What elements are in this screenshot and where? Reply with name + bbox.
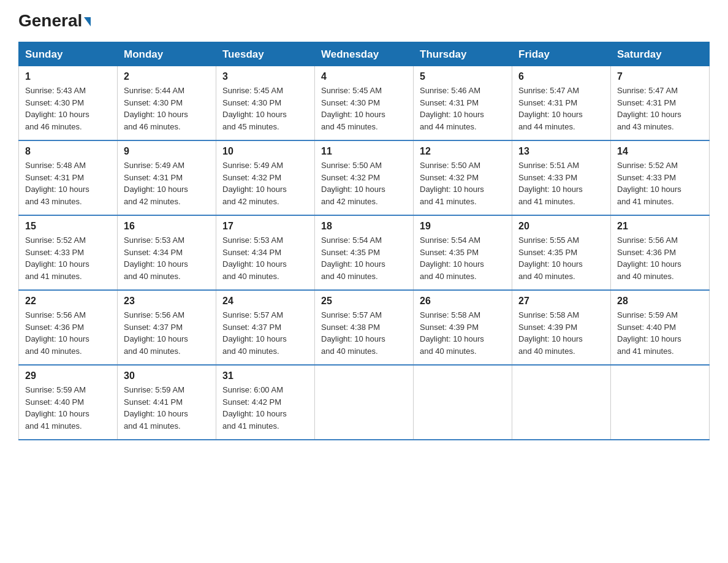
- day-info: Sunrise: 5:53 AMSunset: 4:34 PMDaylight:…: [124, 236, 188, 281]
- calendar-cell: 16 Sunrise: 5:53 AMSunset: 4:34 PMDaylig…: [118, 215, 216, 290]
- calendar-cell: 1 Sunrise: 5:43 AMSunset: 4:30 PMDayligh…: [19, 66, 118, 141]
- day-info: Sunrise: 5:50 AMSunset: 4:32 PMDaylight:…: [420, 161, 484, 206]
- day-number: 12: [420, 146, 506, 157]
- week-row-1: 1 Sunrise: 5:43 AMSunset: 4:30 PMDayligh…: [19, 66, 710, 141]
- day-number: 31: [222, 370, 308, 381]
- day-number: 11: [321, 146, 407, 157]
- day-number: 23: [124, 296, 210, 307]
- page-header: General: [18, 12, 710, 31]
- calendar-cell: 7 Sunrise: 5:47 AMSunset: 4:31 PMDayligh…: [611, 66, 710, 141]
- header-sunday: Sunday: [19, 42, 118, 66]
- header-tuesday: Tuesday: [216, 42, 315, 66]
- day-number: 7: [617, 71, 703, 82]
- calendar-cell: 8 Sunrise: 5:48 AMSunset: 4:31 PMDayligh…: [19, 140, 118, 215]
- calendar-cell: 2 Sunrise: 5:44 AMSunset: 4:30 PMDayligh…: [118, 66, 216, 141]
- day-info: Sunrise: 5:55 AMSunset: 4:35 PMDaylight:…: [518, 236, 583, 281]
- day-info: Sunrise: 5:59 AMSunset: 4:40 PMDaylight:…: [25, 385, 89, 431]
- calendar-cell: 17 Sunrise: 5:53 AMSunset: 4:34 PMDaylig…: [216, 215, 315, 290]
- day-number: 3: [222, 71, 308, 82]
- day-info: Sunrise: 5:46 AMSunset: 4:31 PMDaylight:…: [420, 86, 484, 131]
- day-number: 24: [222, 296, 308, 307]
- logo-general: General: [18, 12, 91, 29]
- day-info: Sunrise: 5:43 AMSunset: 4:30 PMDaylight:…: [25, 86, 89, 131]
- day-info: Sunrise: 5:45 AMSunset: 4:30 PMDaylight:…: [222, 86, 287, 131]
- day-number: 22: [25, 296, 111, 307]
- calendar-cell: 26 Sunrise: 5:58 AMSunset: 4:39 PMDaylig…: [414, 290, 512, 365]
- day-info: Sunrise: 5:49 AMSunset: 4:32 PMDaylight:…: [222, 161, 287, 206]
- day-info: Sunrise: 5:49 AMSunset: 4:31 PMDaylight:…: [124, 161, 188, 206]
- day-info: Sunrise: 5:57 AMSunset: 4:37 PMDaylight:…: [222, 310, 287, 356]
- calendar-cell: 25 Sunrise: 5:57 AMSunset: 4:38 PMDaylig…: [315, 290, 414, 365]
- day-number: 8: [25, 146, 111, 157]
- day-number: 28: [617, 296, 703, 307]
- calendar-cell: 27 Sunrise: 5:58 AMSunset: 4:39 PMDaylig…: [512, 290, 611, 365]
- day-info: Sunrise: 5:45 AMSunset: 4:30 PMDaylight:…: [321, 86, 385, 131]
- calendar-cell: [512, 365, 611, 440]
- calendar-cell: 15 Sunrise: 5:52 AMSunset: 4:33 PMDaylig…: [19, 215, 118, 290]
- calendar-body: 1 Sunrise: 5:43 AMSunset: 4:30 PMDayligh…: [19, 66, 710, 440]
- day-number: 27: [518, 296, 604, 307]
- day-info: Sunrise: 5:54 AMSunset: 4:35 PMDaylight:…: [321, 236, 385, 281]
- calendar-cell: 5 Sunrise: 5:46 AMSunset: 4:31 PMDayligh…: [414, 66, 512, 141]
- day-number: 30: [124, 370, 210, 381]
- calendar-cell: [611, 365, 710, 440]
- calendar-cell: 29 Sunrise: 5:59 AMSunset: 4:40 PMDaylig…: [19, 365, 118, 440]
- day-number: 14: [617, 146, 703, 157]
- day-info: Sunrise: 5:58 AMSunset: 4:39 PMDaylight:…: [420, 310, 484, 356]
- calendar-cell: 18 Sunrise: 5:54 AMSunset: 4:35 PMDaylig…: [315, 215, 414, 290]
- day-info: Sunrise: 5:54 AMSunset: 4:35 PMDaylight:…: [420, 236, 484, 281]
- week-row-2: 8 Sunrise: 5:48 AMSunset: 4:31 PMDayligh…: [19, 140, 710, 215]
- calendar-cell: 11 Sunrise: 5:50 AMSunset: 4:32 PMDaylig…: [315, 140, 414, 215]
- day-number: 6: [518, 71, 604, 82]
- calendar-cell: 19 Sunrise: 5:54 AMSunset: 4:35 PMDaylig…: [414, 215, 512, 290]
- calendar-cell: 14 Sunrise: 5:52 AMSunset: 4:33 PMDaylig…: [611, 140, 710, 215]
- day-info: Sunrise: 5:52 AMSunset: 4:33 PMDaylight:…: [25, 236, 89, 281]
- calendar-cell: 31 Sunrise: 6:00 AMSunset: 4:42 PMDaylig…: [216, 365, 315, 440]
- header-friday: Friday: [512, 42, 611, 66]
- day-info: Sunrise: 5:58 AMSunset: 4:39 PMDaylight:…: [518, 310, 583, 356]
- calendar-cell: 22 Sunrise: 5:56 AMSunset: 4:36 PMDaylig…: [19, 290, 118, 365]
- day-number: 20: [518, 221, 604, 232]
- day-number: 2: [124, 71, 210, 82]
- day-number: 15: [25, 221, 111, 232]
- header-wednesday: Wednesday: [315, 42, 414, 66]
- calendar-cell: 20 Sunrise: 5:55 AMSunset: 4:35 PMDaylig…: [512, 215, 611, 290]
- day-info: Sunrise: 5:47 AMSunset: 4:31 PMDaylight:…: [518, 86, 583, 131]
- day-number: 9: [124, 146, 210, 157]
- day-number: 25: [321, 296, 407, 307]
- day-number: 16: [124, 221, 210, 232]
- week-row-3: 15 Sunrise: 5:52 AMSunset: 4:33 PMDaylig…: [19, 215, 710, 290]
- header-monday: Monday: [118, 42, 216, 66]
- day-number: 17: [222, 221, 308, 232]
- calendar-table: SundayMondayTuesdayWednesdayThursdayFrid…: [18, 42, 710, 440]
- day-number: 13: [518, 146, 604, 157]
- calendar-cell: 10 Sunrise: 5:49 AMSunset: 4:32 PMDaylig…: [216, 140, 315, 215]
- day-number: 19: [420, 221, 506, 232]
- day-info: Sunrise: 5:56 AMSunset: 4:36 PMDaylight:…: [25, 310, 89, 356]
- day-number: 10: [222, 146, 308, 157]
- day-number: 4: [321, 71, 407, 82]
- calendar-cell: 24 Sunrise: 5:57 AMSunset: 4:37 PMDaylig…: [216, 290, 315, 365]
- header-saturday: Saturday: [611, 42, 710, 66]
- calendar-cell: 23 Sunrise: 5:56 AMSunset: 4:37 PMDaylig…: [118, 290, 216, 365]
- day-number: 29: [25, 370, 111, 381]
- day-info: Sunrise: 5:56 AMSunset: 4:36 PMDaylight:…: [617, 236, 681, 281]
- calendar-cell: 4 Sunrise: 5:45 AMSunset: 4:30 PMDayligh…: [315, 66, 414, 141]
- day-info: Sunrise: 6:00 AMSunset: 4:42 PMDaylight:…: [222, 385, 287, 431]
- day-info: Sunrise: 5:52 AMSunset: 4:33 PMDaylight:…: [617, 161, 681, 206]
- logo-triangle-icon: [84, 17, 91, 26]
- day-number: 18: [321, 221, 407, 232]
- calendar-cell: 3 Sunrise: 5:45 AMSunset: 4:30 PMDayligh…: [216, 66, 315, 141]
- day-number: 26: [420, 296, 506, 307]
- day-info: Sunrise: 5:48 AMSunset: 4:31 PMDaylight:…: [25, 161, 89, 206]
- week-row-4: 22 Sunrise: 5:56 AMSunset: 4:36 PMDaylig…: [19, 290, 710, 365]
- calendar-cell: 12 Sunrise: 5:50 AMSunset: 4:32 PMDaylig…: [414, 140, 512, 215]
- day-info: Sunrise: 5:50 AMSunset: 4:32 PMDaylight:…: [321, 161, 385, 206]
- day-info: Sunrise: 5:44 AMSunset: 4:30 PMDaylight:…: [124, 86, 188, 131]
- day-number: 1: [25, 71, 111, 82]
- day-info: Sunrise: 5:56 AMSunset: 4:37 PMDaylight:…: [124, 310, 188, 356]
- day-info: Sunrise: 5:47 AMSunset: 4:31 PMDaylight:…: [617, 86, 681, 131]
- day-number: 21: [617, 221, 703, 232]
- header-row: SundayMondayTuesdayWednesdayThursdayFrid…: [19, 42, 710, 66]
- calendar-header: SundayMondayTuesdayWednesdayThursdayFrid…: [19, 42, 710, 66]
